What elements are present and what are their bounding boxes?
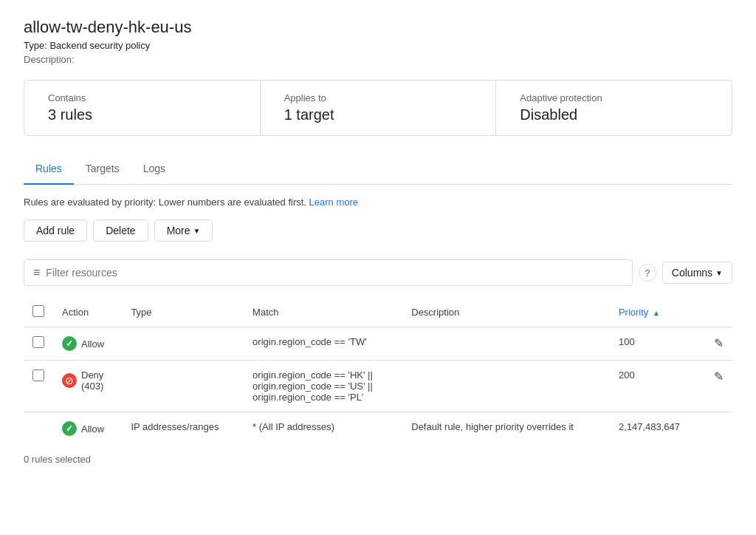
status-row: 0 rules selected [24,445,732,465]
action-cell: Deny(403) [53,361,122,412]
help-icon[interactable]: ? [639,264,656,282]
type-cell [122,361,244,412]
type-cell [122,327,244,361]
table-row: AllowIP addresses/ranges* (All IP addres… [24,412,732,446]
filter-input-wrap: ≡ [24,259,633,286]
action-cell: Allow [53,327,122,361]
filter-input[interactable] [46,267,623,279]
edit-header [701,298,732,327]
edit-cell[interactable]: ✎ [701,361,732,412]
sort-arrow-icon: ▲ [653,309,660,317]
deny-icon [62,373,77,388]
more-label: More [167,225,190,236]
contains-value: 3 rules [48,106,236,123]
allow-icon [62,336,77,351]
contains-label: Contains [48,92,236,103]
type-value: Backend security policy [49,40,150,51]
table-row: Deny(403)origin.region_code == 'HK' || o… [24,361,732,412]
priority-header[interactable]: Priority ▲ [610,298,701,327]
summary-contains: Contains 3 rules [24,81,261,135]
action-label: Allow [81,338,104,350]
priority-cell: 2,147,483,647 [610,412,701,446]
priority-cell: 100 [610,327,701,361]
toolbar: Add rule Delete More ▼ [24,219,732,242]
tab-logs[interactable]: Logs [131,154,177,185]
type-label: Type: [24,40,47,51]
description-cell [402,327,610,361]
tab-targets[interactable]: Targets [74,154,131,185]
row-checkbox[interactable] [32,369,44,381]
adaptive-value: Disabled [520,106,708,123]
table-row: Alloworigin.region_code == 'TW'100✎ [24,327,732,361]
add-rule-button[interactable]: Add rule [24,219,87,242]
info-text: Rules are evaluated by priority: Lower n… [24,197,732,208]
edit-cell [701,412,732,446]
delete-button[interactable]: Delete [93,219,148,242]
page-type: Type: Backend security policy [24,40,732,51]
chevron-down-icon: ▼ [715,269,723,277]
applies-value: 1 target [284,106,472,123]
tab-rules[interactable]: Rules [24,154,74,185]
match-cell: origin.region_code == 'TW' [244,327,402,361]
select-all-checkbox[interactable] [32,305,44,317]
allow-icon [62,421,77,436]
rules-table: Action Type Match Description Priority ▲… [24,298,732,445]
description-header: Description [402,298,610,327]
description-label: Description: [24,54,732,65]
adaptive-label: Adaptive protection [520,92,708,103]
action-cell: Allow [53,412,122,446]
filter-row: ≡ ? Columns ▼ [24,259,732,286]
type-header: Type [122,298,244,327]
page-title: allow-tw-deny-hk-eu-us [24,18,732,37]
edit-cell[interactable]: ✎ [701,327,732,361]
summary-applies: Applies to 1 target [261,81,497,135]
match-cell: * (All IP addresses) [244,412,402,446]
action-header: Action [53,298,122,327]
action-label: Allow [81,423,104,435]
applies-label: Applies to [284,92,472,103]
summary-adaptive: Adaptive protection Disabled [496,81,732,135]
summary-box: Contains 3 rules Applies to 1 target Ada… [24,80,732,136]
filter-icon: ≡ [33,266,40,279]
chevron-down-icon: ▼ [193,227,201,235]
columns-button[interactable]: Columns ▼ [662,262,732,284]
match-header: Match [244,298,402,327]
tabs-bar: Rules Targets Logs [24,154,732,185]
description-cell: Default rule, higher priority overrides … [402,412,610,446]
priority-cell: 200 [610,361,701,412]
row-checkbox[interactable] [32,336,44,348]
more-button[interactable]: More ▼ [154,219,213,242]
columns-label: Columns [672,267,712,279]
description-cell [402,361,610,412]
deny-label: Deny(403) [81,369,103,392]
match-cell: origin.region_code == 'HK' || origin.reg… [244,361,402,412]
edit-icon[interactable]: ✎ [714,337,724,350]
edit-icon[interactable]: ✎ [714,370,724,383]
select-all-header [24,298,53,327]
type-cell: IP addresses/ranges [122,412,244,446]
learn-more-link[interactable]: Learn more [309,197,358,208]
